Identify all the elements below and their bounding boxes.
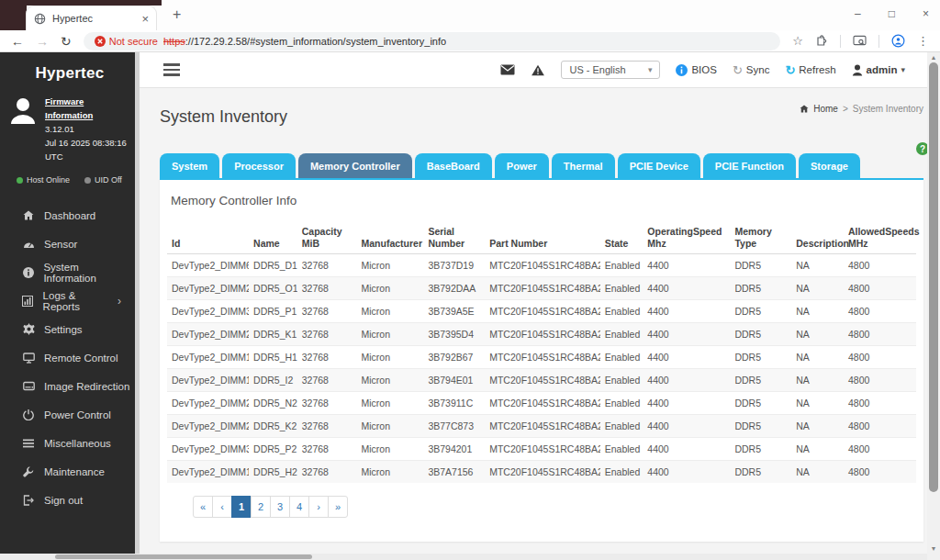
forward-icon[interactable]: → [36,35,49,48]
sidebar-item-miscellaneous[interactable]: Miscellaneous [0,429,140,457]
page-button-[interactable]: › [308,496,329,518]
table-cell: DevType2_DIMM20 [167,323,249,346]
table-cell: Micron [357,392,424,415]
sidebar-item-sign-out[interactable]: Sign out [0,486,140,514]
tab-thermal[interactable]: Thermal [552,153,615,178]
sidebar-item-settings[interactable]: Settings [0,315,140,343]
table-cell: 4800 [844,323,916,346]
firmware-information-link[interactable]: Firmware Information [45,95,134,122]
side-panel-icon[interactable] [853,35,867,47]
page-button-4[interactable]: 4 [289,496,309,518]
table-row: DevType2_DIMM17DDR5_I232768Micron3B794E0… [167,369,916,392]
table-cell: MTC20F1045S1RC48BA22 [485,369,600,392]
extensions-icon[interactable] [815,35,828,48]
scroll-down-icon[interactable]: ▼ [927,543,940,554]
home-icon [22,210,35,220]
table-cell: 4800 [844,254,916,277]
table-row: DevType2_DIMM15DDR5_H232768Micron3B7A715… [167,461,916,484]
sidebar-item-maintenance[interactable]: Maintenance [0,457,140,486]
table-cell: 32768 [297,438,357,461]
sidebar-item-sensor[interactable]: Sensor [0,230,140,258]
refresh-button[interactable]: ↻ Refresh [785,63,835,77]
language-select[interactable]: US - English ▾ [561,61,660,79]
vertical-scrollbar-thumb[interactable] [929,62,938,492]
tab-system[interactable]: System [160,153,219,178]
page-button-[interactable]: « [193,496,213,518]
page-button-3[interactable]: 3 [270,496,290,518]
table-cell: DDR5_P1 [249,300,297,323]
bios-button[interactable]: BIOS [676,64,716,76]
chevron-right-icon: › [118,295,121,308]
page-button-[interactable]: » [328,496,348,518]
page-button-2[interactable]: 2 [251,496,271,518]
breadcrumb-current: System Inventory [853,104,923,114]
content-panel: Memory Controller Info IdNameCapacityMiB… [160,178,923,542]
browser-tab[interactable]: Hypertec × [26,6,157,30]
sidebar-item-power-control[interactable]: Power Control [0,400,140,429]
column-header-part-number: Part Number [485,222,600,254]
table-cell: MTC20F1045S1RC48BA22 [485,346,600,369]
table-cell: Micron [357,300,424,323]
alert-icon[interactable] [531,64,545,76]
user-icon [852,64,863,76]
sidebar-item-system-information[interactable]: System Information [0,258,140,286]
disc-icon [22,381,35,391]
horizontal-scrollbar[interactable] [0,554,927,560]
main-area: US - English ▾ BIOS ↻ Sync ↻ Refresh [140,52,940,560]
table-cell: 32768 [297,277,357,300]
sidebar-item-dashboard[interactable]: Dashboard [0,201,140,230]
address-bar[interactable]: Not secure https://172.29.2.58/#system_i… [84,32,781,50]
sidebar-item-image-redirection[interactable]: Image Redirection [0,372,140,400]
window-minimize-button[interactable]: – [855,7,861,20]
vertical-scrollbar[interactable]: ▲ ▼ [927,52,940,554]
table-cell: Enabled [600,254,643,277]
browser-menu-icon[interactable]: ⋮ [917,35,929,47]
table-cell: 32768 [297,300,357,323]
table-cell: NA [791,369,844,392]
tab-processor[interactable]: Processor [222,153,296,178]
back-icon[interactable]: ← [11,35,24,48]
column-header-capacity-mib: CapacityMiB [297,222,357,254]
not-secure-badge[interactable]: Not secure [95,36,158,47]
window-maximize-button[interactable]: □ [889,7,895,20]
reload-icon[interactable]: ↻ [61,35,72,48]
mail-icon[interactable] [500,64,515,75]
scroll-up-icon[interactable]: ▲ [927,52,940,62]
table-cell: NA [791,323,844,346]
column-header-name: Name [249,222,297,254]
table-row: DevType2_DIMM27DDR5_N232768Micron3B73911… [167,392,916,415]
page-button-[interactable]: ‹ [212,496,232,518]
tab-baseboard[interactable]: BaseBoard [415,153,492,178]
bookmark-star-icon[interactable]: ☆ [792,35,803,47]
new-tab-button[interactable]: + [173,6,181,23]
sidebar: Hypertec Firmware Information 3.12.01 Ju… [0,52,140,560]
tab-pcie-function[interactable]: PCIE Function [703,153,796,178]
breadcrumb-home[interactable]: Home [813,104,838,114]
tab-memory-controller[interactable]: Memory Controller [298,153,412,178]
table-cell: 32768 [297,369,357,392]
column-header-id: Id [167,222,249,254]
sidebar-item-remote-control[interactable]: Remote Control [0,343,140,372]
home-icon [800,105,809,113]
signout-icon [22,495,35,506]
user-menu[interactable]: admin ▾ [852,64,905,76]
tab-pcie-device[interactable]: PCIE Device [618,153,700,178]
table-cell: Micron [357,438,424,461]
horizontal-scrollbar-thumb[interactable] [55,554,312,559]
profile-icon[interactable] [891,34,905,48]
table-cell: Micron [357,415,424,438]
column-header-serial-number: SerialNumber [423,222,485,254]
window-close-button[interactable]: × [923,7,929,20]
table-cell: 3B739A5E [423,300,485,323]
gear-icon [22,323,35,335]
tab-storage[interactable]: Storage [799,153,860,178]
sidebar-item-label: Maintenance [44,466,105,477]
menu-toggle-icon[interactable] [163,63,180,76]
page-button-1[interactable]: 1 [231,496,252,518]
tab-close-icon[interactable]: × [141,12,149,26]
tab-power[interactable]: Power [495,153,549,178]
table-cell: DevType2_DIMM15 [167,461,249,484]
sync-button[interactable]: ↻ Sync [733,63,769,77]
sidebar-item-logs-reports[interactable]: Logs & Reports› [0,286,140,315]
table-cell: 32768 [297,254,357,277]
